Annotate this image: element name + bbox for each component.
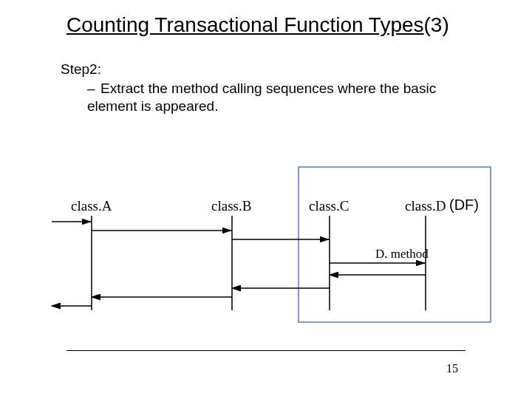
footer-rule (66, 350, 466, 351)
highlight-box (299, 167, 491, 322)
sequence-diagram (0, 0, 532, 399)
page-number: 15 (446, 362, 458, 375)
